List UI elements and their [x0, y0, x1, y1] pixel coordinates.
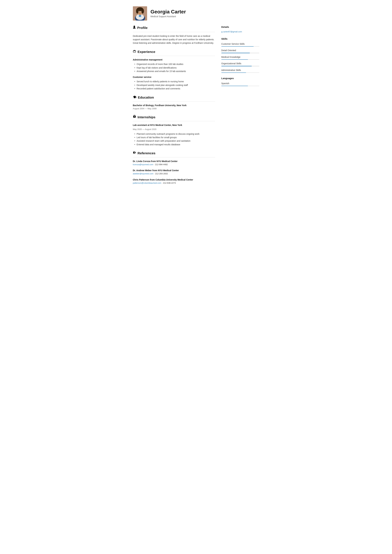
bullet-item: Developed weekly meal plan alongside coo… [134, 83, 215, 87]
skill-item-3: Organizational Skills [221, 61, 259, 66]
graduation-icon [133, 95, 136, 99]
ref-contact-1: lcoroza@nyumed.com · 212-994-4482 [133, 163, 215, 166]
profile-section: Profile Dedicated pre-med student lookin… [133, 25, 215, 45]
ref-phone-1: 212-994-4482 [155, 163, 168, 166]
svg-rect-25 [134, 116, 135, 117]
skill-bar-container-1 [221, 53, 259, 53]
education-section-title: Education [133, 95, 215, 100]
ref-phone-2: 212-293-2832 [155, 173, 168, 175]
internship-bullets: Planned community outreach programs to d… [133, 132, 215, 146]
lang-bar-container-0 [221, 86, 259, 86]
bullet-item: Answered phones and emails for 15 lab as… [134, 69, 215, 73]
languages-section: Languages Spanish [221, 76, 259, 86]
job-title-customer: Customer service [133, 76, 215, 79]
bullet-item: Organized records of more than 100 lab s… [134, 62, 215, 66]
experience-section: Experience Administrative management Org… [133, 49, 215, 90]
skill-name-0: Customer Service Skills [221, 42, 259, 46]
internship-date: May 2020 — August 2020 [133, 128, 215, 131]
education-label: Education [138, 95, 154, 100]
svg-rect-17 [135, 51, 135, 51]
skill-name-3: Organizational Skills [221, 61, 259, 66]
ref-contact-3: patterson@columbiaumed.com · 212-638-227… [133, 181, 215, 185]
resume-page: Georgia Carter Medical Support Assistant… [125, 0, 267, 201]
references-divider [133, 157, 215, 158]
bullet-item: Led tours of lab facilities for small gr… [134, 136, 215, 139]
ref-name-3: Chris Patterson from Columbia University… [133, 178, 215, 181]
skill-name-2: Medical Knowledge [221, 55, 259, 59]
bullet-item: Kept log of lab visitors and identificat… [134, 66, 215, 69]
experience-section-title: Experience [133, 49, 215, 54]
person-icon [133, 26, 136, 30]
lang-bar-0 [221, 86, 248, 86]
ref-name-2: Dr. Andrew Weber from NYU Medical Center [133, 169, 215, 172]
svg-point-13 [133, 26, 135, 28]
ref-contact-2: aweber@nyumed.com · 212-293-2832 [133, 172, 215, 175]
skill-bar-0 [221, 46, 254, 47]
references-section-title: References [133, 151, 215, 156]
candidate-name: Georgia Carter [151, 9, 186, 15]
skill-bar-container-4 [221, 72, 259, 73]
details-title: Details [221, 25, 259, 29]
references-icon [133, 151, 136, 155]
internship-icon [133, 115, 136, 119]
svg-point-11 [141, 11, 141, 12]
internships-section: Internships Lab assistant at NYU Medical… [133, 115, 215, 146]
experience-icon [133, 50, 136, 54]
ref-email-1[interactable]: lcoroza@nyumed.com [133, 163, 154, 166]
references-label: References [138, 151, 155, 156]
internships-divider [133, 121, 215, 121]
profile-divider [133, 32, 215, 32]
ref-separator-1: · [154, 163, 155, 166]
education-date: August 2004 — May 2008 [133, 107, 215, 110]
svg-rect-12 [139, 15, 141, 17]
job-bullets-admin: Organized records of more than 100 lab s… [133, 62, 215, 73]
skills-title: Skills [221, 37, 259, 41]
job-bullets-customer: Served lunch to elderly patients in nurs… [133, 80, 215, 90]
skills-section: Skills Customer Service Skills Detail Or… [221, 37, 259, 73]
bullet-item: Served lunch to elderly patients in nurs… [134, 80, 215, 83]
education-divider [133, 101, 215, 102]
languages-title: Languages [221, 76, 259, 80]
profile-section-title: Profile [133, 25, 215, 30]
education-degree: Bachelor of Biology, Fordham University,… [133, 104, 215, 107]
skill-item-2: Medical Knowledge [221, 55, 259, 60]
experience-divider [133, 56, 215, 56]
reference-item-2: Dr. Andrew Weber from NYU Medical Center… [133, 169, 215, 175]
profile-label: Profile [137, 25, 147, 30]
bullet-item: Entered data and managed results databas… [134, 143, 215, 146]
svg-point-22 [136, 97, 136, 98]
skill-item-0: Customer Service Skills [221, 42, 259, 47]
internship-title: Lab assistant at NYU Medical Center, New… [133, 124, 215, 127]
skill-bar-container-0 [221, 46, 259, 47]
avatar-image [133, 6, 147, 21]
ref-email-3[interactable]: patterson@columbiaumed.com [133, 182, 161, 184]
svg-rect-24 [134, 115, 135, 116]
body-layout: Profile Dedicated pre-med student lookin… [133, 25, 259, 189]
reference-item-3: Chris Patterson from Columbia University… [133, 178, 215, 185]
reference-item-1: Dr. Linda Coroza from NYU Medical Center… [133, 160, 215, 166]
internships-section-title: Internships [133, 115, 215, 120]
internships-label: Internships [138, 115, 155, 120]
header: Georgia Carter Medical Support Assistant [133, 6, 259, 21]
main-column: Profile Dedicated pre-med student lookin… [133, 25, 215, 189]
svg-point-7 [141, 8, 144, 14]
references-section: References Dr. Linda Coroza from NYU Med… [133, 151, 215, 184]
bullet-item: Planned community outreach programs to d… [134, 132, 215, 136]
skill-item-1: Detail Oriented [221, 48, 259, 53]
skill-name-1: Detail Oriented [221, 48, 259, 53]
details-section: Details g.carter87@gmail.com [221, 25, 259, 33]
sidebar: Details g.carter87@gmail.com Skills Cust… [221, 25, 259, 189]
skill-bar-container-2 [221, 59, 259, 60]
profile-text: Dedicated pre-med student looking to ent… [133, 34, 215, 45]
details-email[interactable]: g.carter87@gmail.com [221, 30, 242, 33]
avatar [133, 6, 147, 21]
ref-separator-2: · [154, 173, 155, 175]
bullet-item: Assisted research team with preparation … [134, 139, 215, 143]
ref-phone-3: 212-638-2273 [163, 182, 176, 184]
lang-name-0: Spanish [221, 81, 259, 86]
header-info: Georgia Carter Medical Support Assistant [151, 9, 186, 18]
ref-email-2[interactable]: aweber@nyumed.com [133, 173, 154, 175]
skill-bar-container-3 [221, 66, 259, 66]
svg-point-6 [136, 8, 139, 14]
education-section: Education Bachelor of Biology, Fordham U… [133, 95, 215, 110]
